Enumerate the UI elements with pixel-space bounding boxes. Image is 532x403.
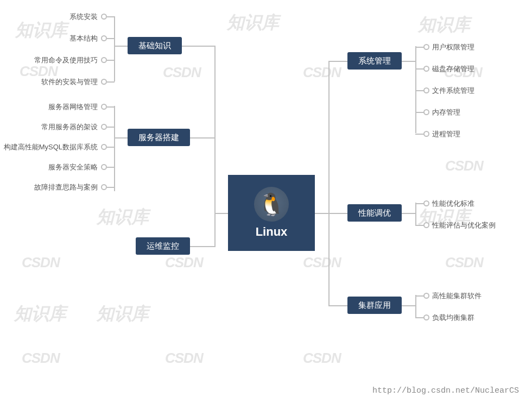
connector <box>415 317 424 318</box>
leaf-item: 构建高性能MySQL数据库系统 <box>0 142 98 152</box>
connector <box>415 134 424 135</box>
leaf-item: 软件的安装与管理 <box>16 77 98 87</box>
leaf-dot <box>101 184 107 190</box>
leaf-dot <box>423 314 429 320</box>
connector <box>328 213 347 214</box>
leaf-dot <box>101 35 107 41</box>
watermark-en: CSDN <box>165 254 203 271</box>
watermark-en: CSDN <box>303 350 341 367</box>
center-node: 🐧 Linux <box>228 175 315 251</box>
watermark-zh: 知识库 <box>418 13 470 37</box>
diagram-canvas: 知识库 CSDN 知识库 CSDN CSDN 知识库 CSDN 知识库 CSDN… <box>0 0 532 403</box>
watermark-zh: 知识库 <box>97 205 149 229</box>
connector <box>214 46 216 214</box>
connector <box>107 187 115 188</box>
leaf-item: 系统安装 <box>27 12 98 22</box>
connector <box>107 147 115 148</box>
leaf-dot <box>423 131 429 137</box>
watermark-en: CSDN <box>303 64 341 81</box>
watermark-zh: 知识库 <box>97 302 149 326</box>
watermark-en: CSDN <box>165 350 203 367</box>
leaf-item: 常用命令及使用技巧 <box>11 55 98 65</box>
leaf-item: 故障排查思路与案例 <box>11 182 98 192</box>
leaf-dot <box>101 124 107 130</box>
tux-icon: 🐧 <box>254 187 289 222</box>
connector <box>402 213 415 214</box>
cat-cluster: 集群应用 <box>347 297 402 314</box>
watermark-en: CSDN <box>22 350 60 367</box>
leaf-dot <box>423 293 429 299</box>
connector <box>107 38 115 39</box>
leaf-item: 常用服务器的架设 <box>16 122 98 132</box>
leaf-item: 性能优化标准 <box>432 199 474 209</box>
leaf-item: 磁盘存储管理 <box>432 64 474 74</box>
connector <box>114 16 115 81</box>
cat-server-build: 服务器搭建 <box>128 129 190 146</box>
connector <box>114 106 115 191</box>
connector <box>107 60 115 61</box>
cat-system-admin: 系统管理 <box>347 52 402 70</box>
watermark-en: CSDN <box>445 254 483 271</box>
leaf-dot <box>101 104 107 110</box>
cat-basic-knowledge: 基础知识 <box>128 37 182 54</box>
connector <box>107 127 115 128</box>
leaf-item: 性能评估与优化案例 <box>432 221 496 230</box>
leaf-dot <box>101 79 107 85</box>
leaf-item: 负载均衡集群 <box>432 313 474 323</box>
connector <box>190 246 214 247</box>
leaf-item: 高性能集群软件 <box>432 291 482 301</box>
leaf-dot <box>423 87 429 93</box>
leaf-item: 内存管理 <box>432 108 460 117</box>
connector <box>415 68 424 70</box>
connector <box>114 137 128 138</box>
leaf-item: 进程管理 <box>432 129 460 139</box>
leaf-item: 服务器安全策略 <box>16 162 98 172</box>
connector <box>107 81 115 83</box>
connector <box>114 46 128 47</box>
connector <box>107 167 115 168</box>
cat-performance: 性能调优 <box>347 204 402 222</box>
connector <box>328 61 347 62</box>
connector <box>415 90 424 91</box>
connector <box>415 112 424 113</box>
connector <box>328 305 347 306</box>
connector <box>190 137 215 138</box>
watermark-en: CSDN <box>445 158 483 174</box>
watermark-zh: 知识库 <box>14 302 66 326</box>
watermark-en: CSDN <box>163 64 201 81</box>
connector <box>214 213 216 247</box>
leaf-dot <box>423 222 429 228</box>
leaf-dot <box>423 66 429 72</box>
connector <box>107 106 115 108</box>
connector <box>415 203 424 204</box>
connector <box>402 305 415 306</box>
leaf-dot <box>423 200 429 206</box>
connector <box>415 295 424 297</box>
footer-url: http://blog.csdn.net/NuclearCS <box>372 386 519 395</box>
connector <box>107 16 115 17</box>
connector <box>214 213 228 214</box>
connector <box>328 61 330 306</box>
leaf-item: 用户权限管理 <box>432 42 474 52</box>
connector <box>315 213 328 214</box>
leaf-dot <box>101 164 107 170</box>
leaf-dot <box>423 44 429 50</box>
leaf-dot <box>101 14 107 20</box>
connector <box>182 46 214 47</box>
connector <box>415 47 424 48</box>
connector <box>415 203 416 225</box>
connector <box>415 225 424 226</box>
watermark-en: CSDN <box>303 254 341 271</box>
connector <box>402 61 415 62</box>
leaf-item: 基本结构 <box>27 34 98 43</box>
cat-ops-monitor: 运维监控 <box>136 237 190 255</box>
watermark-en: CSDN <box>22 254 60 271</box>
leaf-dot <box>423 109 429 115</box>
connector <box>415 46 416 133</box>
leaf-item: 文件系统管理 <box>432 86 474 96</box>
center-title: Linux <box>256 225 288 239</box>
connector <box>415 295 416 318</box>
leaf-dot <box>101 144 107 150</box>
watermark-zh: 知识库 <box>227 11 279 35</box>
leaf-dot <box>101 57 107 63</box>
